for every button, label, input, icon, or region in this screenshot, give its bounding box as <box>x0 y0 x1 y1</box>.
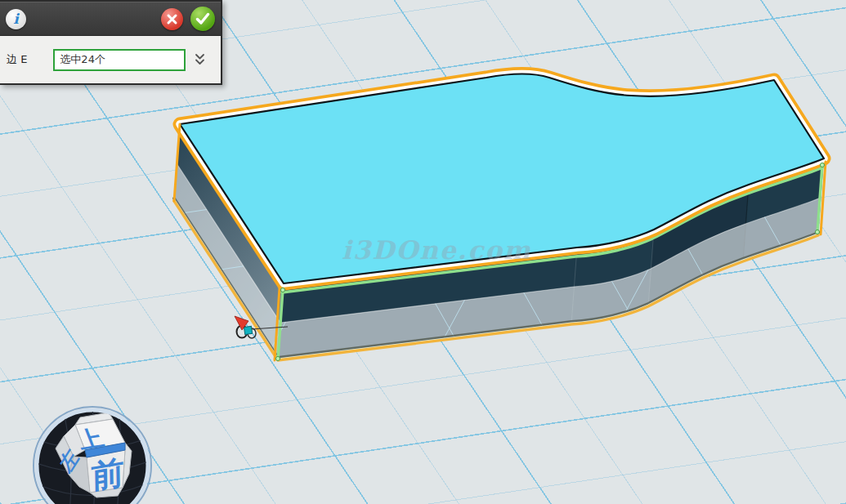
cad-application: { "dialog": { "info_glyph": "i", "field_… <box>0 0 846 504</box>
double-chevron-down-icon[interactable] <box>194 52 206 67</box>
edge-selection-dialog: i 边 E <box>0 0 222 85</box>
view-cube-front-label[interactable]: 前 <box>91 453 124 496</box>
watermark-text: i3DOne.com <box>342 235 532 265</box>
close-icon[interactable] <box>161 8 183 30</box>
edge-field-label: 边 E <box>7 52 27 67</box>
confirm-icon[interactable] <box>190 7 215 31</box>
edge-selection-input[interactable] <box>53 49 186 71</box>
view-cube[interactable]: 上 前 左 <box>34 407 151 504</box>
info-icon: i <box>6 9 26 29</box>
dialog-titlebar[interactable]: i <box>0 2 221 36</box>
dialog-body: 边 E <box>0 36 221 83</box>
info-glyph: i <box>13 11 18 27</box>
